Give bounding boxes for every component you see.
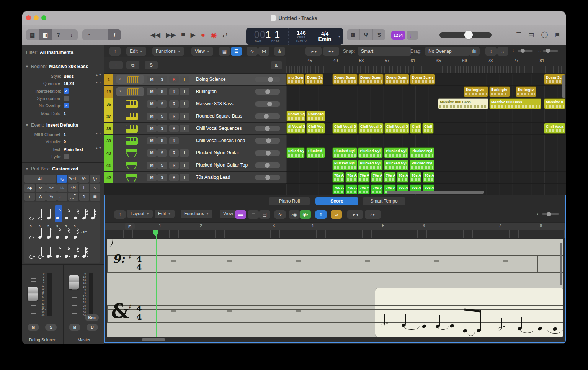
track-name[interactable]: Plucked Nylon Guitar bbox=[196, 150, 239, 156]
mute-button[interactable]: M bbox=[147, 76, 157, 83]
track-volume-slider[interactable] bbox=[255, 138, 280, 144]
solo-button[interactable]: S bbox=[157, 88, 167, 95]
event-section-header[interactable]: ▼ Event: Insert Defaults bbox=[22, 120, 104, 130]
mute-button[interactable]: M bbox=[147, 113, 157, 120]
region[interactable]: Rounded bbox=[306, 111, 325, 121]
region[interactable]: Plucked Nyl bbox=[358, 147, 383, 158]
filter-row[interactable]: Filter: All Instruments bbox=[22, 47, 104, 58]
mute-button[interactable]: M bbox=[147, 125, 157, 132]
automation-button[interactable]: ∿ bbox=[274, 210, 286, 219]
forward-button[interactable]: ▶▶ bbox=[166, 31, 176, 39]
vertical-zoom-slider[interactable]: ↕ bbox=[512, 48, 534, 54]
tab-smart-tempo[interactable]: Smart Tempo bbox=[363, 197, 405, 205]
region[interactable]: ucked Nyl bbox=[286, 147, 305, 158]
mute-button[interactable]: M bbox=[147, 162, 157, 169]
track-volume-slider[interactable] bbox=[255, 150, 280, 156]
hide-editor-button[interactable]: ↑ bbox=[114, 210, 126, 219]
stepper-icon[interactable]: ▲ ▼ bbox=[95, 147, 101, 149]
tuplet-note-icon[interactable]: ♪₃ bbox=[57, 175, 67, 183]
partbox-tab-all[interactable]: All bbox=[24, 175, 56, 183]
track-header[interactable]: 40MSRIPlucked Nylon Guitar bbox=[104, 147, 286, 159]
crossfade-tool-button[interactable]: ⋈ bbox=[258, 47, 270, 56]
mixer-view-button[interactable]: ≡ bbox=[95, 29, 108, 40]
track-volume-slider[interactable] bbox=[255, 89, 280, 95]
region[interactable]: Plucked Nyl bbox=[384, 160, 408, 170]
midi-out-button[interactable]: ◉› bbox=[300, 210, 311, 219]
palette-note[interactable]: 3 bbox=[55, 224, 62, 241]
whole-rest[interactable] bbox=[503, 260, 508, 262]
crosshair-tool-button[interactable]: + ▾ bbox=[323, 47, 339, 56]
region[interactable]: unded Sq bbox=[286, 111, 305, 121]
bass-clef-icon[interactable]: 9: bbox=[78, 175, 89, 183]
stepper-icon[interactable]: ▲ ▼ bbox=[95, 74, 101, 76]
score-canvas[interactable]: 9:&♯♯4444 bbox=[107, 239, 563, 337]
region[interactable]: Burlingto bbox=[489, 86, 510, 97]
palette-note[interactable]: ⌐n¬ bbox=[81, 224, 89, 241]
pedal-icon[interactable]: Ped. bbox=[68, 175, 78, 183]
automation-button[interactable]: ∿ bbox=[247, 47, 258, 56]
region[interactable]: Plucked Nyl bbox=[410, 160, 434, 170]
palette-note[interactable] bbox=[28, 205, 36, 222]
record-enable-button[interactable]: R bbox=[169, 76, 179, 83]
pencil-tool-button[interactable]: ∕ ▾ bbox=[365, 210, 381, 219]
whole-rest[interactable] bbox=[434, 260, 439, 262]
track-name[interactable]: Massive 808 Bass bbox=[196, 101, 233, 106]
whole-rest[interactable] bbox=[171, 310, 176, 312]
region[interactable]: Plucked bbox=[306, 147, 325, 158]
track-volume-slider[interactable] bbox=[255, 77, 280, 82]
input-monitor-button[interactable]: I bbox=[180, 88, 189, 95]
capture-record-button[interactable]: ◉ bbox=[211, 31, 217, 39]
track-header[interactable]: 37MSRIRounded Square Bass bbox=[104, 110, 286, 122]
palette-note[interactable]: 3 bbox=[37, 224, 45, 241]
staff-style-icon[interactable]: ¶ bbox=[79, 193, 90, 201]
region[interactable]: Chill Vocal S bbox=[384, 123, 409, 134]
linear-view-button[interactable]: ≣ bbox=[248, 210, 259, 219]
noteheads-icon[interactable]: ×◆ bbox=[24, 184, 35, 192]
track-header[interactable]: 41MSRIPlucked Nylon Guitar Top bbox=[104, 159, 286, 171]
whole-rest[interactable] bbox=[296, 260, 301, 262]
region[interactable]: 70s A bbox=[371, 184, 383, 194]
link-button[interactable]: ∞ bbox=[331, 210, 342, 219]
flex-button[interactable]: ⋔ bbox=[315, 210, 327, 219]
selected-score-region[interactable] bbox=[375, 288, 563, 337]
note-pads-button[interactable]: ▤ bbox=[528, 31, 534, 38]
accidentals-icon[interactable]: ♭♭ bbox=[57, 184, 68, 192]
track-volume-slider[interactable] bbox=[255, 113, 280, 119]
region[interactable]: 70s A bbox=[397, 172, 408, 183]
region[interactable]: 70s A bbox=[358, 172, 370, 183]
score-ruler[interactable]: 12345678 bbox=[105, 222, 565, 230]
horizontal-zoom-button[interactable]: ↔ bbox=[497, 47, 508, 56]
metronome-button[interactable]: ♩ bbox=[407, 31, 418, 40]
palette-note[interactable] bbox=[64, 244, 71, 260]
pointer-tool-button[interactable]: ➤ ▾ bbox=[305, 47, 322, 56]
record-enable-button[interactable]: R bbox=[169, 162, 179, 169]
region[interactable]: Doing Scien bbox=[410, 74, 435, 85]
duplicate-track-button[interactable]: ⧉ bbox=[126, 61, 139, 69]
grid-icon[interactable]: ▦ bbox=[90, 193, 100, 201]
solo-button[interactable]: S bbox=[157, 137, 167, 144]
import-button[interactable]: ↓ bbox=[65, 29, 78, 40]
dim-button[interactable]: D bbox=[87, 324, 98, 331]
fader-knob[interactable] bbox=[28, 287, 38, 301]
region[interactable]: Chill Voc bbox=[306, 123, 325, 134]
whole-rest[interactable] bbox=[227, 260, 232, 262]
solo-button[interactable]: S bbox=[157, 149, 167, 157]
tempo-mark-icon[interactable]: ♩= bbox=[57, 193, 68, 201]
palette-note[interactable] bbox=[37, 244, 45, 260]
browsers-button[interactable]: ▣ bbox=[555, 31, 560, 38]
functions-menu[interactable]: Functions▼ bbox=[152, 47, 184, 56]
fader-knob[interactable] bbox=[69, 275, 79, 289]
palette-note[interactable]: 3 bbox=[28, 224, 36, 241]
region[interactable]: Chill Vocal S bbox=[358, 123, 384, 134]
input-monitor-button[interactable]: I bbox=[180, 174, 189, 181]
region[interactable]: 70s A bbox=[371, 172, 383, 183]
track-header[interactable]: 36MSRIMassive 808 Bass bbox=[104, 98, 286, 110]
dynamics-fp-icon[interactable]: fp bbox=[90, 175, 100, 183]
track-header[interactable]: 39MSRChill Vocal...ences Loop bbox=[104, 135, 286, 147]
pencil-tool-button[interactable]: / bbox=[108, 29, 121, 40]
track-disclosure-pill[interactable]: › bbox=[116, 75, 144, 84]
track-list-view-button[interactable]: ☰ bbox=[231, 47, 242, 56]
flex-button[interactable]: ⋔ bbox=[274, 47, 285, 56]
region[interactable]: Massive 808 Bass bbox=[489, 98, 541, 109]
checkbox[interactable]: ✓ bbox=[64, 103, 69, 108]
